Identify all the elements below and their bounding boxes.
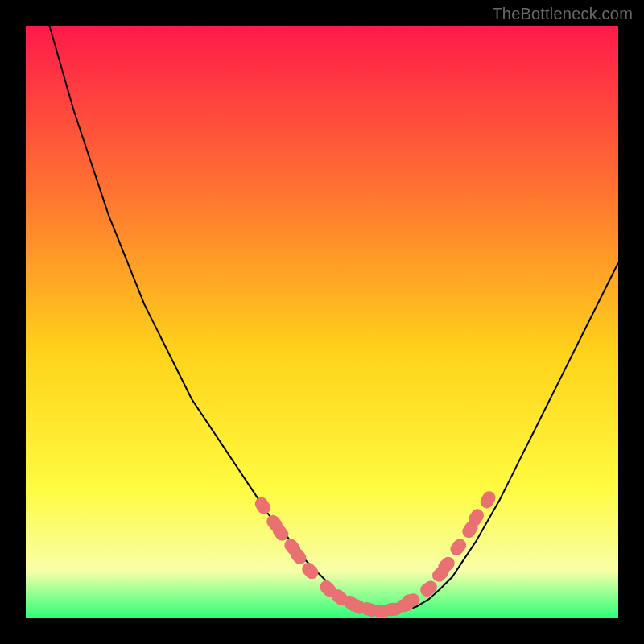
gradient-background bbox=[26, 26, 618, 618]
watermark-text: TheBottleneck.com bbox=[492, 5, 633, 23]
bottleneck-chart bbox=[26, 26, 618, 618]
chart-frame: TheBottleneck.com bbox=[0, 0, 644, 644]
